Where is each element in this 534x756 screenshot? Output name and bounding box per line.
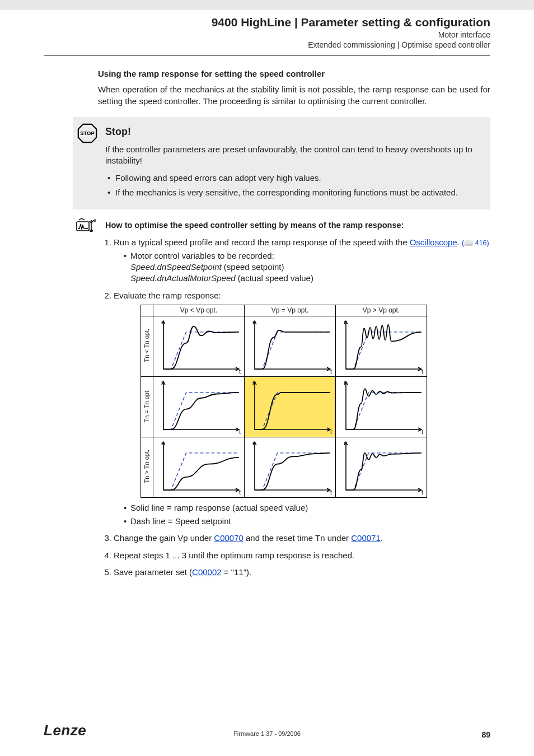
stop-icon: STOP <box>75 123 100 144</box>
var-b-desc: (actual speed value) <box>236 273 313 283</box>
axis-n-label: n <box>344 379 347 387</box>
axis-n-label: n <box>344 439 347 447</box>
section-heading: Using the ramp response for setting the … <box>98 68 490 80</box>
row-header-3: Tn > Tn opt. <box>141 437 153 497</box>
sub-intro: Motor control variables to be recorded: <box>130 251 274 260</box>
book-icon: 📖 <box>464 239 473 247</box>
axis-n-label: n <box>252 379 256 387</box>
doc-title: 9400 HighLine | Parameter setting & conf… <box>0 16 490 29</box>
step-3: Change the gain Vp under C00070 and the … <box>114 533 490 544</box>
axis-t-label: t <box>239 488 241 497</box>
chart-cell-r2c1: nt <box>153 376 245 437</box>
row-header-3-label: Tn > Tn opt. <box>142 446 152 486</box>
var-a-desc: (speed setpoint) <box>222 262 284 272</box>
footer-firmware: Firmware 1.37 - 09/2006 <box>233 730 301 737</box>
row-header-2: Tn = Tn opt. <box>141 376 153 437</box>
oscilloscope-link[interactable]: Oscilloscope <box>410 237 457 247</box>
stop-paragraph: If the controller parameters are preset … <box>105 144 480 167</box>
content-area: Using the ramp response for setting the … <box>0 56 534 578</box>
page-ref: (📖 416) <box>462 239 489 247</box>
stop-title: Stop! <box>105 125 480 138</box>
top-strip <box>0 0 534 10</box>
step-3-mid: and the reset time Tn under <box>243 533 351 543</box>
chart-cell-r3c1: nt <box>153 437 245 497</box>
axis-n-label: n <box>161 318 165 326</box>
doc-subtitle-2: Extended commissioning | Optimise speed … <box>0 40 490 49</box>
chart-cell-r1c3: nt <box>336 316 427 376</box>
row-header-2-label: Tn = Tn opt. <box>142 386 152 426</box>
legend-solid: Solid line = ramp response (actual speed… <box>124 502 490 514</box>
chart-cell-r1c1: nt <box>153 316 245 376</box>
c00002-link[interactable]: C00002 <box>192 567 222 577</box>
axis-n-label: n <box>161 379 165 387</box>
ref-num: 416) <box>473 239 489 247</box>
page-footer: Lenze Firmware 1.37 - 09/2006 89 <box>44 722 490 739</box>
axis-t-label: t <box>330 428 332 436</box>
col-header-2: Vp = Vp opt. <box>245 305 336 316</box>
response-chart-grid: Vp < Vp opt. Vp = Vp opt. Vp > Vp opt. T… <box>140 305 490 498</box>
stop-bullets: Following and speed errors can adopt ver… <box>105 172 480 199</box>
stop-bullet: If the mechanics is very sensitive, the … <box>107 187 480 198</box>
legend-dash: Dash line = Speed setpoint <box>124 516 490 527</box>
row-header-1: Tn < Tn opt. <box>141 316 153 376</box>
axis-n-label: n <box>344 318 347 326</box>
steps-list: Run a typical speed profile and record t… <box>98 237 490 578</box>
step-3-pre: Change the gain Vp under <box>114 533 214 543</box>
col-header-1: Vp < Vp opt. <box>153 305 245 316</box>
row-header-1-label: Tn < Tn opt. <box>142 325 152 365</box>
axis-t-label: t <box>421 428 423 436</box>
step-1-text-post: . <box>457 237 460 247</box>
intro-paragraph: When operation of the mechanics at the s… <box>98 84 490 107</box>
var-a: Speed.dnSpeedSetpoint <box>130 262 222 272</box>
axis-t-label: t <box>330 488 332 497</box>
axis-t-label: t <box>239 367 241 376</box>
stop-callout: STOP Stop! If the controller parameters … <box>73 117 490 209</box>
chart-cell-r3c3: nt <box>336 437 427 497</box>
corner-cell <box>141 305 153 316</box>
chart-cell-r2c3: nt <box>336 376 427 437</box>
axis-t-label: t <box>330 367 332 376</box>
howto-title: How to optimise the speed controller set… <box>105 221 404 230</box>
axis-t-label: t <box>421 488 423 497</box>
var-b: Speed.dnActualMotorSpeed <box>130 273 236 283</box>
col-header-3: Vp > Vp opt. <box>336 305 427 316</box>
lenze-logo: Lenze <box>44 722 86 739</box>
chart-cell-r2c2-optimum: nt <box>245 376 336 437</box>
c00070-link[interactable]: C00070 <box>214 533 243 543</box>
step-3-post: . <box>381 533 383 543</box>
step-5-pre: Save parameter set ( <box>114 567 192 577</box>
axis-n-label: n <box>252 318 256 326</box>
howto-row: How to optimise the speed controller set… <box>73 220 490 231</box>
step-5-post: = "11"). <box>222 567 252 577</box>
footer-page-number: 89 <box>481 730 490 739</box>
step-1: Run a typical speed profile and record t… <box>114 237 490 284</box>
chart-legend: Solid line = ramp response (actual speed… <box>114 502 490 528</box>
axis-t-label: t <box>421 367 423 376</box>
step-4: Repeat steps 1 ... 3 until the optimum r… <box>114 550 490 561</box>
stop-bullet: Following and speed errors can adopt ver… <box>107 172 480 184</box>
axis-n-label: n <box>161 439 165 447</box>
step-2-text: Evaluate the ramp response: <box>114 291 221 300</box>
step-1-sub: Motor control variables to be recorded: … <box>114 250 490 284</box>
page-header: 9400 HighLine | Parameter setting & conf… <box>0 10 534 49</box>
page: 9400 HighLine | Parameter setting & conf… <box>0 0 534 756</box>
step-1-text-pre: Run a typical speed profile and record t… <box>114 237 410 247</box>
svg-text:STOP: STOP <box>80 130 95 136</box>
step-1-sub-item: Motor control variables to be recorded: … <box>124 250 490 284</box>
c00071-link[interactable]: C00071 <box>351 533 381 543</box>
chart-cell-r1c2: nt <box>245 316 336 376</box>
step-2: Evaluate the ramp response: Vp < Vp opt.… <box>114 290 490 528</box>
step-5: Save parameter set (C00002 = "11"). <box>114 567 490 578</box>
doc-subtitle-1: Motor interface <box>0 30 490 39</box>
axis-n-label: n <box>252 439 256 447</box>
axis-t-label: t <box>239 428 241 436</box>
chart-cell-r3c2: nt <box>245 437 336 497</box>
step-4-text: Repeat steps 1 ... 3 until the optimum r… <box>114 550 354 560</box>
chart-table: Vp < Vp opt. Vp = Vp opt. Vp > Vp opt. T… <box>140 305 427 498</box>
oscilloscope-icon <box>75 218 100 233</box>
